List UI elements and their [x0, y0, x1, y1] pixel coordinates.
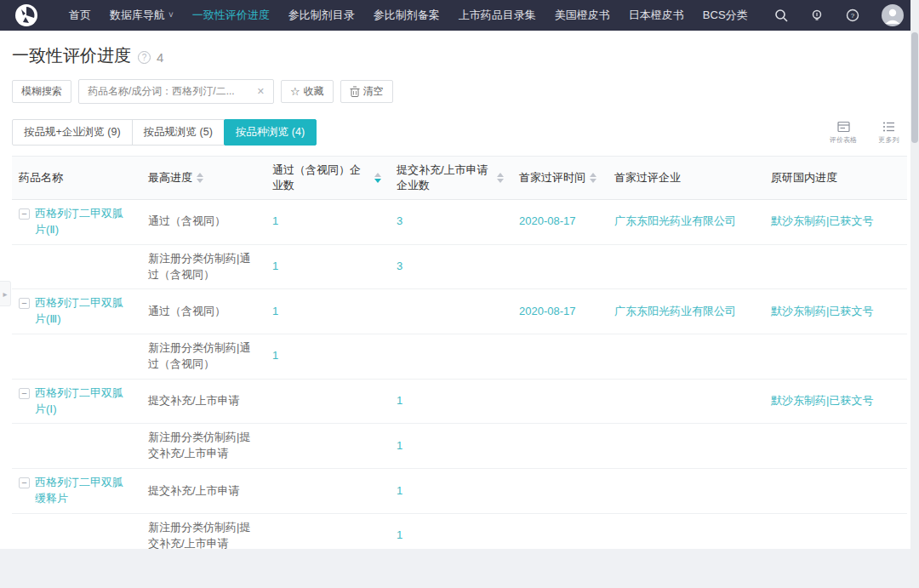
side-panel-handle[interactable]: ▸	[0, 281, 11, 306]
nav-item-jp-orange-book[interactable]: 日本橙皮书	[619, 0, 694, 31]
drug-name-link[interactable]: 西格列汀二甲双胍片(Ⅱ)	[35, 206, 133, 238]
nav-item-us-orange-book[interactable]: 美国橙皮书	[545, 0, 619, 31]
company-link[interactable]: 广东东阳光药业有限公司	[614, 305, 736, 317]
drug-name-link[interactable]: 西格列汀二甲双胍片(Ⅲ)	[35, 295, 133, 328]
cell-progress: 新注册分类仿制药|提交补充/上市申请	[141, 424, 265, 468]
nav-item-reference-filing[interactable]: 参比制剂备案	[364, 0, 449, 31]
cell-first-pass-company	[608, 351, 764, 363]
originator-link[interactable]: 默沙东制药|已获文号	[771, 305, 873, 317]
collapse-toggle[interactable]: −	[19, 298, 30, 309]
sort-icon[interactable]	[197, 173, 203, 183]
page-scrollbar[interactable]	[910, 0, 919, 588]
submitted-count-link[interactable]: 1	[397, 439, 402, 452]
view-tabs: 按品规+企业浏览 (9) 按品规浏览 (5) 按品种浏览 (4) 评价表格 更多…	[12, 119, 907, 146]
cell-first-pass-date	[512, 485, 608, 497]
passed-count-link[interactable]: 1	[272, 260, 278, 272]
cell-drug-name: − 西格列汀二甲双胍片(Ⅰ)	[12, 380, 141, 424]
submitted-count-link[interactable]: 1	[397, 484, 402, 497]
cell-submitted-count: 1	[390, 432, 512, 460]
cell-passed-count: 1	[265, 253, 390, 281]
table-subrow: 新注册分类仿制药|提交补充/上市申请 1	[12, 424, 907, 469]
sort-icon[interactable]	[374, 173, 381, 183]
nav-item-marketed-catalog[interactable]: 上市药品目录集	[449, 0, 545, 31]
content-area: 一致性评价进度 ? 4 模糊搜索 药品名称/成分词：西格列汀/二... ✕ ☆ …	[0, 44, 919, 588]
passed-count-link[interactable]: 1	[272, 214, 278, 227]
table-row: − 西格列汀二甲双胍片(Ⅲ) 通过（含视同） 1 2020-08-17 广东东阳…	[12, 289, 907, 334]
search-icon[interactable]	[774, 9, 788, 22]
company-link[interactable]: 广东东阳光药业有限公司	[614, 214, 736, 227]
nav-item-consistency-progress[interactable]: 一致性评价进度	[183, 0, 279, 31]
submitted-count-link[interactable]: 3	[397, 260, 402, 272]
help-icon[interactable]: ?	[846, 9, 859, 22]
cell-first-pass-company	[608, 440, 764, 452]
cell-originator-progress: 默沙东制药|已获文号	[764, 208, 907, 236]
star-icon: ☆	[290, 85, 300, 99]
table-header-row: 药品名称 最高进度 通过（含视同）企业数 提交补充/上市申请企业数 首家过评时间…	[12, 157, 907, 200]
filter-tag: 药品名称/成分词：西格列汀/二... ✕	[78, 79, 274, 104]
cell-submitted-count: 1	[390, 522, 512, 550]
cell-originator-progress	[764, 530, 907, 542]
first-pass-date: 2020-08-17	[519, 214, 576, 227]
clear-button[interactable]: 清空	[340, 80, 393, 102]
cell-passed-count	[265, 440, 390, 452]
top-navbar: 首页 数据库导航˅ 一致性评价进度 参比制剂目录 参比制剂备案 上市药品目录集 …	[0, 0, 919, 31]
submitted-count-link[interactable]: 3	[397, 214, 402, 227]
cell-first-pass-company: 广东东阳光药业有限公司	[608, 208, 764, 236]
cell-progress: 提交补充/上市申请	[141, 477, 265, 505]
cell-progress: 新注册分类仿制药|通过（含视同）	[141, 245, 265, 289]
cell-first-pass-date	[512, 351, 608, 363]
submitted-count-link[interactable]: 1	[397, 528, 402, 541]
footer-strip	[0, 549, 919, 588]
close-icon[interactable]: ✕	[257, 86, 265, 97]
tab-by-variety[interactable]: 按品种浏览 (4)	[224, 119, 317, 146]
user-avatar[interactable]	[882, 4, 904, 26]
chevron-down-icon: ˅	[168, 0, 174, 31]
table-subrow: 新注册分类仿制药|通过（含视同） 1 3	[12, 245, 907, 290]
table-subrow: 新注册分类仿制药|通过（含视同） 1	[12, 334, 907, 380]
fuzzy-search-button[interactable]: 模糊搜索	[12, 80, 71, 102]
cell-submitted-count: 1	[390, 477, 512, 505]
result-count: 4	[157, 50, 163, 65]
tab-by-spec-company[interactable]: 按品规+企业浏览 (9)	[12, 119, 133, 146]
evaluation-table-tool[interactable]: 评价表格	[828, 121, 859, 146]
submitted-count-link[interactable]: 1	[397, 394, 402, 407]
cell-progress: 新注册分类仿制药|通过（含视同）	[141, 334, 265, 379]
collapse-toggle[interactable]: −	[19, 388, 30, 399]
sort-icon[interactable]	[590, 173, 596, 183]
col-header-first-pass-company: 首家过评企业	[608, 164, 764, 191]
col-header-first-pass-date: 首家过评时间	[512, 164, 608, 191]
app-logo[interactable]	[15, 4, 37, 26]
table-tools: 评价表格 更多列	[828, 121, 907, 146]
scrollbar-thumb[interactable]	[911, 32, 918, 143]
nav-item-home[interactable]: 首页	[60, 0, 100, 31]
drug-name-link[interactable]: 西格列汀二甲双胍片(Ⅰ)	[35, 385, 133, 418]
collapse-toggle[interactable]: −	[19, 208, 30, 220]
passed-count-link[interactable]: 1	[272, 305, 278, 317]
tab-by-spec[interactable]: 按品规浏览 (5)	[132, 119, 225, 146]
nav-item-reference-catalog[interactable]: 参比制剂目录	[279, 0, 364, 31]
nav-item-bcs[interactable]: BCS分类	[694, 0, 757, 31]
favorite-button[interactable]: ☆ 收藏	[281, 80, 334, 104]
table-card-icon	[837, 121, 850, 133]
passed-count-link[interactable]: 1	[272, 349, 278, 362]
cell-first-pass-date	[512, 440, 608, 452]
collapse-toggle[interactable]: −	[19, 477, 30, 488]
cell-passed-count: 1	[265, 208, 390, 236]
bulb-icon[interactable]	[810, 9, 824, 22]
cell-first-pass-company	[608, 530, 764, 542]
navbar-actions: ?	[774, 4, 904, 26]
cell-drug-name	[12, 351, 141, 363]
cell-first-pass-company	[608, 261, 764, 273]
originator-link[interactable]: 默沙东制药|已获文号	[771, 394, 873, 407]
originator-link[interactable]: 默沙东制药|已获文号	[771, 214, 873, 227]
nav-item-db-nav[interactable]: 数据库导航˅	[100, 0, 183, 31]
info-icon[interactable]: ?	[138, 51, 151, 64]
list-icon	[882, 121, 895, 133]
drug-name-link[interactable]: 西格列汀二甲双胍缓释片	[35, 475, 133, 507]
cell-first-pass-date	[512, 530, 608, 542]
cell-first-pass-company	[608, 485, 764, 497]
more-columns-tool[interactable]: 更多列	[877, 121, 900, 146]
table-row: − 西格列汀二甲双胍缓释片 提交补充/上市申请 1	[12, 469, 907, 514]
col-header-originator-progress: 原研国内进度	[764, 164, 907, 191]
sort-icon[interactable]	[497, 173, 504, 183]
